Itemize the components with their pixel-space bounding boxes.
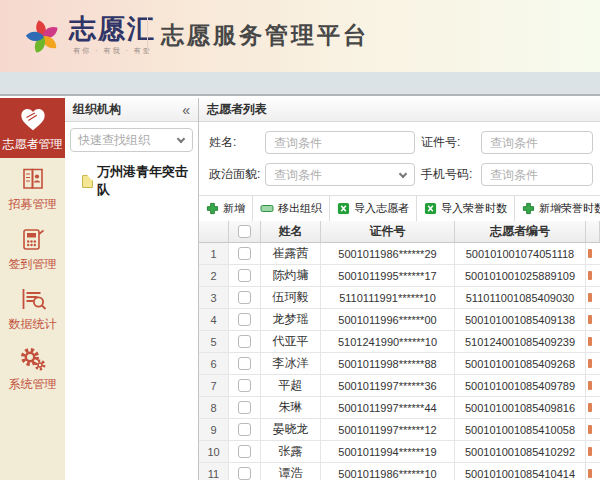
cell-truncated-next-column <box>586 243 600 264</box>
cell-name: 李冰洋 <box>261 353 321 374</box>
organization-search-input[interactable] <box>70 128 193 152</box>
import-volunteers-button[interactable]: 导入志愿者 <box>330 196 417 221</box>
cell-id-number: 5001011986******29 <box>321 243 455 264</box>
cell-volunteer-number: 500101001085409789 <box>455 375 586 396</box>
row-checkbox[interactable] <box>238 379 251 392</box>
truncated-red-text-fragment <box>588 381 592 390</box>
cell-volunteer-number: 500101001085409268 <box>455 353 586 374</box>
row-checkbox[interactable] <box>238 291 251 304</box>
cell-name: 伍珂毅 <box>261 287 321 308</box>
row-checkbox-cell <box>229 265 261 286</box>
cell-id-number: 5001011986******10 <box>321 463 455 480</box>
row-checkbox[interactable] <box>238 269 251 282</box>
flower-logo-icon <box>22 12 64 62</box>
sidebar-item-data-statistics[interactable]: 数据统计 <box>0 278 65 338</box>
add-button[interactable]: 新增 <box>199 196 253 221</box>
row-checkbox-cell <box>229 375 261 396</box>
truncated-red-text-fragment <box>588 337 592 346</box>
row-checkbox[interactable] <box>238 247 251 260</box>
cell-volunteer-number: 500101001085409138 <box>455 309 586 330</box>
header-truncated-column <box>586 221 600 242</box>
political-status-filter-label: 政治面貌: <box>209 166 259 183</box>
collapse-panel-icon[interactable]: « <box>182 103 190 117</box>
sidebar-item-label: 志愿者管理 <box>3 136 63 153</box>
political-status-filter-select[interactable] <box>265 163 415 186</box>
cell-volunteer-number: 500101001085410414 <box>455 463 586 480</box>
table-row: 2陈灼墉5001011995******17500101001025889109 <box>199 265 600 287</box>
tree-item-organization[interactable]: 万州港青年突击队 <box>82 163 198 199</box>
minus-icon <box>260 202 274 215</box>
name-filter-input[interactable] <box>265 131 415 154</box>
sidebar-item-recruit-management[interactable]: 招募管理 <box>0 158 65 218</box>
row-checkbox[interactable] <box>238 445 251 458</box>
row-checkbox[interactable] <box>238 335 251 348</box>
truncated-red-text-fragment <box>588 271 592 280</box>
cell-volunteer-number: 500101001085409816 <box>455 397 586 418</box>
stats-search-icon <box>19 284 47 314</box>
row-index: 1 <box>199 243 229 264</box>
plus-icon <box>522 202 535 215</box>
sidebar-item-label: 数据统计 <box>9 316 57 333</box>
row-checkbox[interactable] <box>238 401 251 414</box>
page-title: 志愿服务管理平台 <box>161 20 369 51</box>
cell-id-number: 5001011994******19 <box>321 441 455 462</box>
select-all-checkbox[interactable] <box>238 225 251 238</box>
cell-volunteer-number: 500101001025889109 <box>455 265 586 286</box>
row-checkbox-cell <box>229 309 261 330</box>
button-label: 新增 <box>223 201 245 216</box>
cell-volunteer-number: 500101001085410292 <box>455 441 586 462</box>
row-checkbox-cell <box>229 397 261 418</box>
row-checkbox[interactable] <box>238 467 251 480</box>
header-id-number-column: 证件号 <box>321 221 455 242</box>
truncated-red-text-fragment <box>588 315 592 324</box>
header-volunteer-number-column: 志愿者编号 <box>455 221 586 242</box>
organization-search <box>70 128 193 152</box>
remove-from-org-button[interactable]: 移出组织 <box>253 196 330 221</box>
logo: 志愿汇 有你 · 有我 · 有爱 <box>22 12 156 62</box>
cell-name: 代亚平 <box>261 331 321 352</box>
import-honor-hours-button[interactable]: 导入荣誉时数 <box>417 196 515 221</box>
cell-name: 张露 <box>261 441 321 462</box>
mobile-filter-input[interactable] <box>481 163 593 186</box>
cell-volunteer-number: 500101001074051118 <box>455 243 586 264</box>
organization-tree: 万州港青年突击队 <box>65 154 198 199</box>
sidebar-item-checkin-management[interactable]: 签到管理 <box>0 218 65 278</box>
row-index: 7 <box>199 375 229 396</box>
sidebar-item-label: 系统管理 <box>9 376 57 393</box>
recruit-book-icon <box>19 164 47 194</box>
filter-form: 姓名:证件号:政治面貌:手机号码: <box>199 122 600 195</box>
cell-truncated-next-column <box>586 309 600 330</box>
row-checkbox[interactable] <box>238 313 251 326</box>
id-number-filter-input[interactable] <box>481 131 593 154</box>
cell-name: 崔露茜 <box>261 243 321 264</box>
table-row: 9晏晓龙5001011997******12500101001085410058 <box>199 419 600 441</box>
table-row: 1崔露茜5001011986******29500101001074051118 <box>199 243 600 265</box>
sidebar-item-volunteer-management[interactable]: 志愿者管理 <box>0 98 65 158</box>
header-sub-strip <box>0 72 600 96</box>
sidebar-item-system-management[interactable]: 系统管理 <box>0 338 65 398</box>
cell-id-number: 5001011997******44 <box>321 397 455 418</box>
truncated-red-text-fragment <box>588 425 592 434</box>
row-checkbox-cell <box>229 463 261 480</box>
id-number-filter-label: 证件号: <box>421 134 475 151</box>
header-name-column: 姓名 <box>261 221 321 242</box>
row-checkbox-cell <box>229 419 261 440</box>
checkin-terminal-icon <box>20 224 46 254</box>
table-row: 10张露5001011994******19500101001085410292 <box>199 441 600 463</box>
row-checkbox-cell <box>229 353 261 374</box>
cell-truncated-next-column <box>586 463 600 480</box>
row-checkbox[interactable] <box>238 357 251 370</box>
row-index: 8 <box>199 397 229 418</box>
logo-tagline: 有你 · 有我 · 有爱 <box>69 46 156 56</box>
row-checkbox[interactable] <box>238 423 251 436</box>
table-row: 7平超5001011997******36500101001085409789 <box>199 375 600 397</box>
cell-truncated-next-column <box>586 331 600 352</box>
button-label: 导入志愿者 <box>354 201 409 216</box>
volunteer-list-title: 志愿者列表 <box>207 101 267 118</box>
button-label: 移出组织 <box>278 201 322 216</box>
row-checkbox-cell <box>229 441 261 462</box>
cell-id-number: 5110111991******10 <box>321 287 455 308</box>
id-number-filter-field <box>481 131 593 154</box>
add-honor-hours-button[interactable]: 新增荣誉时数 <box>515 196 600 221</box>
row-index: 5 <box>199 331 229 352</box>
